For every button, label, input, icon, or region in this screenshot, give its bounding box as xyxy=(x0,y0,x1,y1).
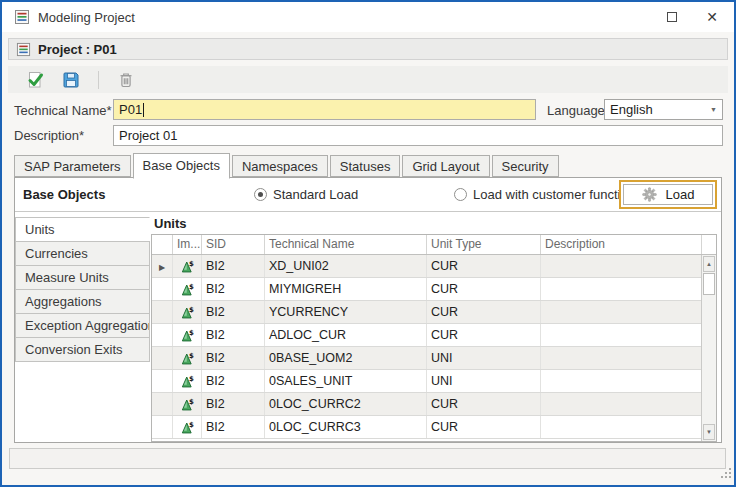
validate-check-icon xyxy=(26,71,44,89)
row-selector-cell xyxy=(152,324,173,346)
resize-grip[interactable] xyxy=(721,465,732,483)
cell-description xyxy=(541,416,716,438)
sidebar-item-units[interactable]: Units xyxy=(15,217,150,242)
delete-button[interactable] xyxy=(117,71,135,89)
cell-unit-type: CUR xyxy=(427,416,541,438)
unit-icon-cell xyxy=(173,301,202,323)
tab-grid-layout[interactable]: Grid Layout xyxy=(402,155,489,177)
table-row[interactable]: BI2 ADLOC_CUR CUR xyxy=(152,324,716,347)
scroll-up-button[interactable]: ▲ xyxy=(703,256,715,272)
unit-currency-icon xyxy=(180,351,195,366)
cell-technical-name: 0LOC_CURRC3 xyxy=(265,416,427,438)
cell-description xyxy=(541,370,716,392)
col-technical-name[interactable]: Technical Name xyxy=(265,235,427,254)
sidebar-item-currencies[interactable]: Currencies xyxy=(15,241,150,266)
modeling-project-dialog: Modeling Project ✕ Project : P01 Technic… xyxy=(0,0,736,487)
cell-description xyxy=(541,347,716,369)
project-icon xyxy=(16,42,31,57)
cell-sid: BI2 xyxy=(202,347,265,369)
cell-unit-type: UNI xyxy=(427,370,541,392)
custom-load-radio[interactable] xyxy=(454,188,467,201)
table-row[interactable]: ▶ BI2 XD_UNI02 CUR xyxy=(152,255,716,278)
title-bar[interactable]: Modeling Project ✕ xyxy=(2,2,734,32)
scroll-down-button[interactable]: ▼ xyxy=(703,424,715,440)
save-button[interactable] xyxy=(62,71,80,89)
table-row[interactable]: BI2 0BASE_UOM2 UNI xyxy=(152,347,716,370)
maximize-button[interactable] xyxy=(652,2,692,32)
cell-technical-name: 0LOC_CURRC2 xyxy=(265,393,427,415)
toolbar xyxy=(8,66,728,93)
language-label: Language* xyxy=(547,103,610,118)
cell-technical-name: ADLOC_CUR xyxy=(265,324,427,346)
resize-grip-icon xyxy=(721,468,732,479)
cell-sid: BI2 xyxy=(202,301,265,323)
unit-currency-icon xyxy=(180,374,195,389)
standard-load-label[interactable]: Standard Load xyxy=(273,187,358,202)
unit-icon-cell xyxy=(173,370,202,392)
col-unit-type[interactable]: Unit Type xyxy=(427,235,541,254)
unit-currency-icon xyxy=(180,259,195,274)
table-header: Im... SID Technical Name Unit Type Descr… xyxy=(152,235,716,255)
cell-sid: BI2 xyxy=(202,324,265,346)
base-objects-heading: Base Objects xyxy=(23,187,105,202)
tab-namespaces[interactable]: Namespaces xyxy=(232,155,328,177)
table-row[interactable]: BI2 0LOC_CURRC2 CUR xyxy=(152,393,716,416)
language-dropdown[interactable]: English ▼ xyxy=(604,99,723,120)
modeling-project-icon xyxy=(14,9,30,25)
table-row[interactable]: BI2 YCURRENCY CUR xyxy=(152,301,716,324)
cell-unit-type: CUR xyxy=(427,255,541,277)
tab-sap-parameters[interactable]: SAP Parameters xyxy=(14,155,131,177)
load-button[interactable]: Load xyxy=(623,184,713,205)
sidebar-item-conversion-exits[interactable]: Conversion Exits xyxy=(15,337,150,362)
unit-icon-cell xyxy=(173,347,202,369)
scrollbar-thumb[interactable] xyxy=(703,273,715,295)
project-title: Project : P01 xyxy=(38,42,117,57)
category-sidebar: Units Currencies Measure Units Aggregati… xyxy=(15,218,150,362)
units-grid-title: Units xyxy=(154,216,187,231)
close-icon: ✕ xyxy=(706,9,718,25)
sidebar-item-aggregations[interactable]: Aggregations xyxy=(15,289,150,314)
current-row-arrow-icon: ▶ xyxy=(159,263,165,272)
cell-description xyxy=(541,278,716,300)
col-row-selector xyxy=(152,235,173,254)
base-objects-header-row: Base Objects Standard Load Load with cus… xyxy=(15,178,721,212)
vertical-scrollbar[interactable]: ▲ ▼ xyxy=(701,255,716,441)
sidebar-item-exception-aggregations[interactable]: Exception Aggregations xyxy=(15,313,150,338)
window-title: Modeling Project xyxy=(38,10,135,25)
table-row[interactable]: BI2 MIYMIGREH CUR xyxy=(152,278,716,301)
row-selector-cell xyxy=(152,393,173,415)
technical-name-label: Technical Name* xyxy=(14,103,112,118)
cell-technical-name: YCURRENCY xyxy=(265,301,427,323)
col-description[interactable]: Description xyxy=(541,235,702,254)
close-button[interactable]: ✕ xyxy=(692,2,732,32)
cell-description xyxy=(541,255,716,277)
unit-icon-cell xyxy=(173,255,202,277)
cell-unit-type: CUR xyxy=(427,324,541,346)
cell-technical-name: XD_UNI02 xyxy=(265,255,427,277)
tab-strip: SAP Parameters Base Objects Namespaces S… xyxy=(14,152,559,178)
description-input[interactable]: Project 01 xyxy=(113,125,723,146)
unit-currency-icon xyxy=(180,328,195,343)
table-row[interactable]: BI2 0LOC_CURRC3 CUR xyxy=(152,416,716,439)
trash-icon xyxy=(117,71,135,89)
tab-base-objects[interactable]: Base Objects xyxy=(133,153,230,179)
unit-icon-cell xyxy=(173,324,202,346)
tab-statuses[interactable]: Statuses xyxy=(330,155,401,177)
unit-currency-icon xyxy=(180,420,195,435)
col-importable[interactable]: Im... xyxy=(173,235,202,254)
standard-load-radio[interactable] xyxy=(254,188,267,201)
sidebar-item-measure-units[interactable]: Measure Units xyxy=(15,265,150,290)
unit-icon-cell xyxy=(173,416,202,438)
cell-description xyxy=(541,324,716,346)
base-objects-panel: Base Objects Standard Load Load with cus… xyxy=(14,177,722,443)
row-selector-cell xyxy=(152,278,173,300)
tab-security[interactable]: Security xyxy=(492,155,559,177)
table-row[interactable]: BI2 0SALES_UNIT UNI xyxy=(152,370,716,393)
unit-icon-cell xyxy=(173,278,202,300)
row-selector-cell: ▶ xyxy=(152,255,173,277)
col-sid[interactable]: SID xyxy=(202,235,265,254)
validate-button[interactable] xyxy=(26,71,44,89)
scroll-down-icon: ▼ xyxy=(706,429,712,435)
technical-name-input[interactable]: P01 xyxy=(113,99,536,120)
cell-unit-type: UNI xyxy=(427,347,541,369)
